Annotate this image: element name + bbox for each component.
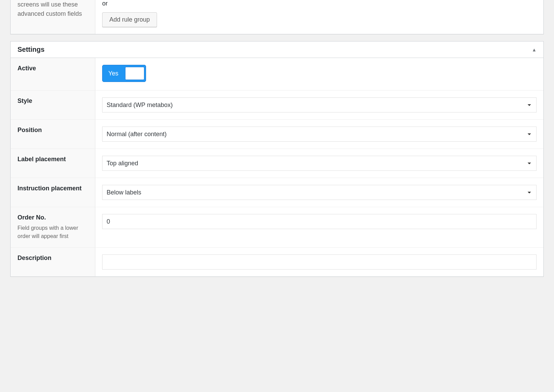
active-field: Active Yes — [11, 58, 543, 91]
order-no-input[interactable] — [102, 214, 537, 229]
description-label: Description — [17, 254, 88, 262]
instruction-placement-label: Instruction placement — [17, 185, 88, 192]
settings-metabox: Settings ▲ Active Yes Style Standard (WP… — [10, 41, 544, 277]
position-field: Position Normal (after content) — [11, 120, 543, 149]
add-rule-group-button[interactable]: Add rule group — [102, 12, 157, 27]
instruction-placement-field: Instruction placement Below labels — [11, 178, 543, 207]
rules-description: screens will use these advanced custom f… — [17, 0, 88, 19]
active-label: Active — [17, 65, 88, 72]
rules-input-cell: or Add rule group — [95, 0, 543, 34]
position-input-cell: Normal (after content) — [95, 120, 543, 149]
settings-header[interactable]: Settings ▲ — [11, 41, 543, 58]
label-placement-input-cell: Top aligned — [95, 149, 543, 178]
position-label: Position — [17, 127, 88, 134]
location-metabox: screens will use these advanced custom f… — [10, 0, 544, 34]
collapse-icon[interactable]: ▲ — [532, 47, 537, 52]
description-field: Description — [11, 248, 543, 276]
instruction-placement-label-cell: Instruction placement — [11, 178, 95, 207]
style-label-cell: Style — [11, 91, 95, 119]
style-field: Style Standard (WP metabox) — [11, 91, 543, 120]
description-label-cell: Description — [11, 248, 95, 276]
active-toggle[interactable]: Yes — [102, 65, 146, 82]
position-select[interactable]: Normal (after content) — [102, 127, 537, 142]
rules-field: screens will use these advanced custom f… — [11, 0, 543, 34]
active-input-cell: Yes — [95, 58, 543, 90]
rules-label-cell: screens will use these advanced custom f… — [11, 0, 95, 34]
label-placement-label: Label placement — [17, 156, 88, 163]
style-input-cell: Standard (WP metabox) — [95, 91, 543, 119]
label-placement-field: Label placement Top aligned — [11, 149, 543, 178]
settings-fields: Active Yes Style Standard (WP metabox) — [11, 58, 543, 276]
active-label-cell: Active — [11, 58, 95, 90]
instruction-placement-input-cell: Below labels — [95, 178, 543, 207]
active-toggle-value: Yes — [104, 70, 122, 77]
settings-title: Settings — [17, 46, 45, 54]
description-input[interactable] — [102, 254, 537, 270]
order-no-description: Field groups with a lower order will app… — [17, 224, 88, 240]
description-input-cell — [95, 248, 543, 276]
order-no-input-cell — [95, 207, 543, 247]
active-toggle-slider — [125, 67, 144, 80]
style-select[interactable]: Standard (WP metabox) — [102, 97, 537, 112]
or-label: or — [102, 0, 537, 7]
order-no-field: Order No. Field groups with a lower orde… — [11, 207, 543, 248]
position-label-cell: Position — [11, 120, 95, 149]
style-label: Style — [17, 97, 88, 105]
label-placement-label-cell: Label placement — [11, 149, 95, 178]
order-no-label-cell: Order No. Field groups with a lower orde… — [11, 207, 95, 247]
instruction-placement-select[interactable]: Below labels — [102, 185, 537, 200]
order-no-label: Order No. — [17, 214, 88, 221]
label-placement-select[interactable]: Top aligned — [102, 156, 537, 171]
